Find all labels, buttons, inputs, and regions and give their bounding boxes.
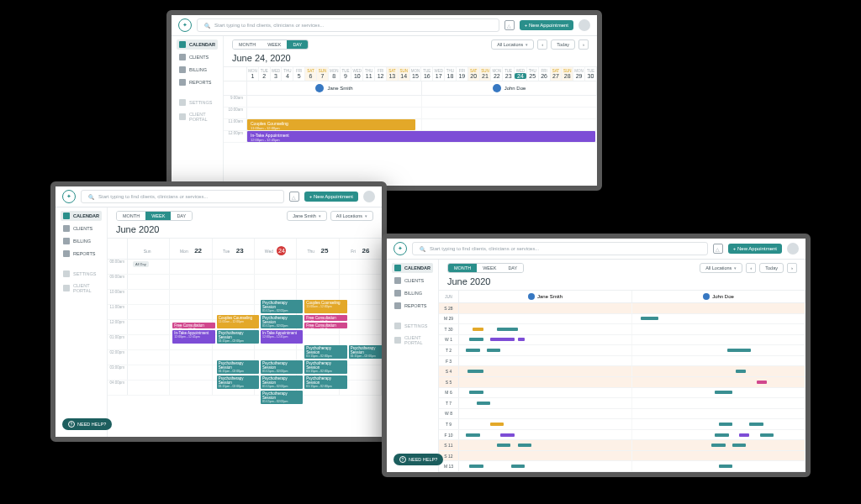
nav-client-portal[interactable]: CLIENT PORTAL — [177, 110, 218, 123]
notifications-icon[interactable]: △ — [713, 244, 723, 254]
day-cell[interactable]: SUN14 — [399, 67, 410, 81]
nav-billing[interactable]: BILLING — [61, 236, 102, 246]
nav-billing[interactable]: BILLING — [177, 65, 218, 75]
nav-reports[interactable]: REPORTS — [61, 249, 102, 259]
month-day-row[interactable]: M 13 — [439, 461, 806, 472]
appointment[interactable]: Free Consultation10:30am - 10:45am — [304, 315, 346, 321]
toggle-week[interactable]: WEEK — [477, 264, 502, 272]
nav-calendar[interactable]: CALENDAR — [61, 211, 102, 221]
appointment-bar[interactable] — [469, 338, 483, 341]
month-day-row[interactable]: M 29 — [439, 314, 806, 325]
view-toggle[interactable]: MONTH WEEK DAY — [447, 263, 524, 273]
nav-clients[interactable]: CLIENTS — [177, 52, 218, 62]
month-day-row[interactable]: W 1 — [439, 335, 806, 346]
next-button[interactable]: › — [578, 39, 589, 50]
month-day-row[interactable]: T 7 — [439, 398, 806, 409]
month-day-row[interactable]: F 10 — [439, 430, 806, 441]
appointment-bar[interactable] — [469, 391, 483, 394]
month-day-row[interactable]: T 2 — [439, 345, 806, 356]
toggle-day[interactable]: DAY — [502, 264, 523, 272]
month-day-row[interactable]: S 11 — [439, 440, 806, 451]
appointment[interactable]: Psychotherapy Session01:15pm - 02:00pm — [261, 375, 303, 389]
notifications-icon[interactable]: △ — [504, 20, 515, 30]
appointment[interactable]: Couples Counseling11:00am - 12:00pm — [247, 119, 415, 130]
month-day-row[interactable]: T 30 — [439, 324, 806, 335]
user-avatar[interactable] — [363, 191, 375, 202]
appointment-bar[interactable] — [518, 338, 525, 341]
prev-button[interactable]: ‹ — [537, 39, 547, 50]
day-cell[interactable]: MON22 — [491, 67, 503, 81]
appointment-bar[interactable] — [732, 444, 746, 447]
toggle-month[interactable]: MONTH — [117, 212, 145, 220]
location-filter[interactable]: All Locations▾ — [330, 211, 373, 221]
appointment[interactable]: Psychotherapy Session01:15pm - 02:00pm — [261, 315, 303, 328]
search-input[interactable]: 🔍 Start typing to find clients, clinicia… — [197, 18, 499, 32]
appointment[interactable]: Psychotherapy Session01:15pm - 02:00pm — [261, 300, 303, 313]
appointment[interactable]: Psychotherapy Session01:15pm - 02:00pm — [304, 360, 346, 374]
day-cell[interactable]: TUE30 — [585, 67, 597, 81]
search-input[interactable]: 🔍Start typing to find clients, clinician… — [412, 242, 708, 255]
weekday-header[interactable]: Wed 24 — [255, 239, 297, 259]
nav-clients[interactable]: CLIENTS — [392, 276, 433, 286]
day-cell[interactable]: FRI5 — [293, 67, 305, 81]
appointment-bar[interactable] — [490, 338, 515, 341]
toggle-week[interactable]: WEEK — [261, 40, 287, 49]
nav-settings[interactable]: SETTINGS — [177, 97, 218, 108]
next-button[interactable]: › — [787, 263, 797, 273]
toggle-day[interactable]: DAY — [287, 40, 308, 49]
appointment-bar[interactable] — [473, 328, 483, 331]
new-appointment-button[interactable]: + New Appointment — [304, 192, 358, 202]
toggle-month[interactable]: MONTH — [448, 264, 477, 272]
nav-client-portal[interactable]: CLIENT PORTAL — [392, 333, 433, 347]
appointment-bar[interactable] — [739, 433, 749, 437]
appointment[interactable]: Free Consultation10:30am - 10:45am — [304, 323, 346, 328]
appointment-bar[interactable] — [757, 381, 767, 384]
day-cell[interactable]: SAT20 — [468, 67, 480, 81]
weekday-header[interactable]: Thu 25 — [297, 239, 339, 259]
month-day-row[interactable]: T 9 — [439, 419, 806, 430]
location-filter[interactable]: All Locations▾ — [700, 263, 742, 273]
view-toggle[interactable]: MONTH WEEK DAY — [116, 211, 193, 221]
day-cell[interactable]: TUE2 — [259, 67, 271, 81]
today-button[interactable]: Today — [551, 39, 575, 50]
nav-billing[interactable]: BILLING — [392, 288, 433, 298]
appointment-bar[interactable] — [466, 433, 479, 437]
day-cell[interactable]: WED3 — [271, 67, 283, 81]
toggle-day[interactable]: DAY — [171, 212, 192, 220]
nav-client-portal[interactable]: CLIENT PORTAL — [61, 281, 102, 295]
day-cell[interactable]: MON29 — [573, 67, 585, 81]
appointment-bar[interactable] — [487, 349, 500, 352]
notifications-icon[interactable]: △ — [289, 192, 299, 202]
location-filter[interactable]: All Locations▾ — [491, 39, 534, 50]
month-day-row[interactable]: S 4 — [439, 366, 806, 377]
appointment-bar[interactable] — [760, 433, 774, 437]
appointment[interactable]: Psychotherapy Session01:15pm - 02:00pm — [261, 391, 303, 404]
weekday-header[interactable]: Sun — [128, 239, 170, 259]
appointment-bar[interactable] — [711, 444, 725, 447]
day-cell[interactable]: SAT13 — [387, 67, 399, 81]
day-cell[interactable]: SAT27 — [551, 67, 563, 81]
appointment-bar[interactable] — [736, 370, 746, 373]
month-day-row[interactable]: F 3 — [439, 356, 806, 367]
appointment[interactable]: In-Take Appointment12:00pm - 12:45pm — [247, 131, 595, 142]
day-cell[interactable]: MON8 — [329, 67, 341, 81]
nav-settings[interactable]: SETTINGS — [61, 269, 102, 279]
appointment[interactable]: Psychotherapy Session01:15pm - 02:00pm — [304, 345, 346, 359]
day-cell[interactable]: TUE16 — [421, 67, 433, 81]
appointment-bar[interactable] — [497, 444, 510, 447]
month-day-row[interactable]: M 6 — [439, 388, 806, 399]
appointment[interactable]: Psychotherapy Session01:15pm - 02:00pm — [217, 360, 259, 374]
appointment[interactable]: Psychotherapy Session01:15pm - 02:00pm — [261, 360, 303, 374]
appointment-bar[interactable] — [477, 402, 490, 405]
help-button[interactable]: ?NEED HELP? — [62, 418, 112, 430]
appointment[interactable]: Psychotherapy Session01:15pm - 02:00pm — [217, 330, 259, 344]
appointment-bar[interactable] — [727, 349, 752, 352]
user-avatar[interactable] — [787, 243, 799, 255]
user-avatar[interactable] — [578, 19, 590, 31]
month-day-row[interactable]: S 28 — [439, 303, 806, 314]
day-cell[interactable]: SUN7 — [317, 67, 329, 81]
appointment-bar[interactable] — [719, 465, 732, 468]
day-cell[interactable]: FRI19 — [457, 67, 468, 81]
staff-filter[interactable]: Jane Smith▾ — [287, 211, 327, 221]
nav-calendar[interactable]: CALENDAR — [177, 39, 218, 50]
